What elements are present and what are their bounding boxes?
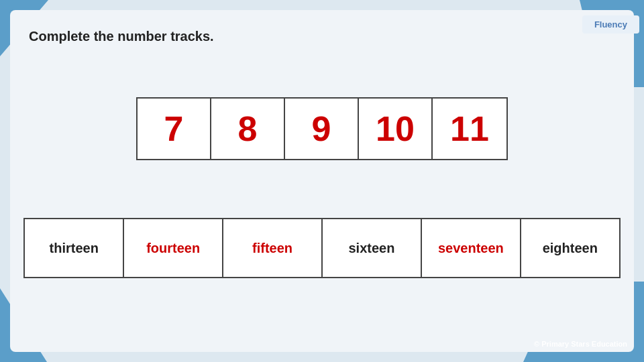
main-panel: Fluency Complete the number tracks. 7891… <box>10 10 634 352</box>
number-cell: 10 <box>359 99 433 159</box>
number-cell: 9 <box>285 99 359 159</box>
word-track: thirteenfourteenfifteensixteenseventeene… <box>23 218 621 278</box>
number-track: 7891011 <box>136 97 508 160</box>
copyright-text: © Primary Stars Education <box>534 340 627 348</box>
word-cell: thirteen <box>23 218 124 278</box>
instruction-text: Complete the number tracks. <box>29 29 214 44</box>
word-cell: fourteen <box>123 218 223 278</box>
number-cell: 8 <box>211 99 285 159</box>
word-cell: eighteen <box>520 218 621 278</box>
number-cell: 7 <box>138 99 211 159</box>
number-cell: 11 <box>433 99 506 159</box>
word-cell: seventeen <box>421 218 521 278</box>
fluency-badge: Fluency <box>582 15 639 34</box>
word-cell: sixteen <box>321 218 422 278</box>
word-cell: fifteen <box>222 218 323 278</box>
